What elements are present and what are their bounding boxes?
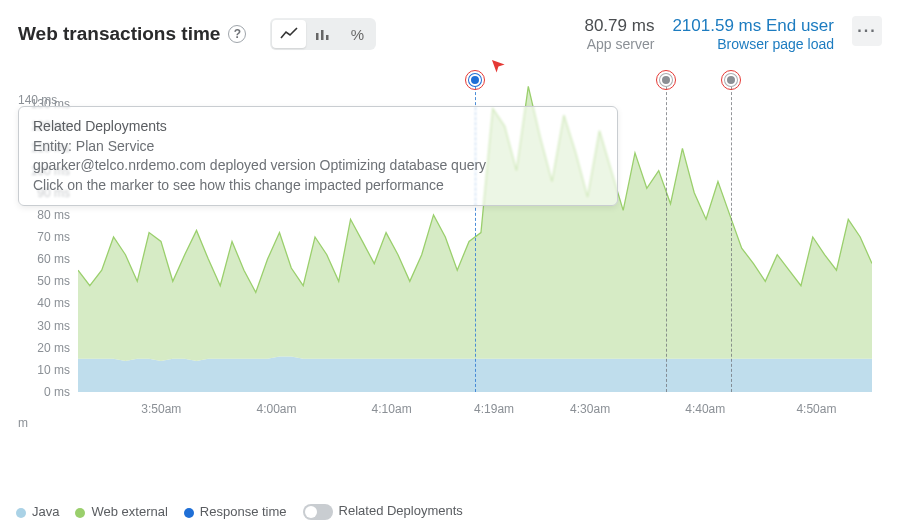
line-chart-icon[interactable] [272, 20, 306, 48]
tooltip-detail: gparker@telco.nrdemo.com deployed versio… [33, 156, 603, 176]
x-axis: 3:50am4:00am4:10am4:19am4:30am4:40am4:50… [78, 402, 872, 422]
legend-related-deployments[interactable]: Related Deployments [303, 503, 463, 520]
annotation-arrow-icon: ➤ [483, 52, 509, 78]
y-tick: 20 ms [37, 341, 70, 355]
metric-value: 2101.59 ms End user [672, 16, 834, 36]
bar-chart-icon[interactable] [306, 20, 340, 48]
deployment-tooltip: Related Deployments Entity: Plan Service… [18, 106, 618, 206]
y-tick: 0 ms [44, 385, 70, 399]
legend: Java Web external Response time Related … [16, 503, 463, 520]
metric-label: App server [584, 36, 654, 52]
dot-icon [75, 508, 85, 518]
metric-label: Browser page load [672, 36, 834, 52]
deployment-line [666, 82, 667, 392]
legend-java[interactable]: Java [16, 504, 59, 519]
y-tick: 10 ms [37, 363, 70, 377]
metrics: 80.79 ms App server 2101.59 ms End user … [584, 16, 882, 52]
tooltip-entity: Entity: Plan Service [33, 137, 603, 157]
x-tick: 4:19am [474, 402, 514, 416]
y-tick: 50 ms [37, 274, 70, 288]
dot-icon [16, 508, 26, 518]
y-tick: 40 ms [37, 296, 70, 310]
chart-type-toggle: % [270, 18, 376, 50]
x-prefix: m [18, 416, 28, 430]
x-tick: 3:50am [141, 402, 181, 416]
svg-rect-1 [321, 30, 324, 40]
help-icon[interactable]: ? [228, 25, 246, 43]
chart: 0 ms10 ms20 ms30 ms40 ms50 ms60 ms70 ms8… [18, 82, 882, 442]
deployment-marker[interactable] [469, 74, 481, 86]
y-tick: 60 ms [37, 252, 70, 266]
y-tick: 30 ms [37, 319, 70, 333]
x-tick: 4:50am [796, 402, 836, 416]
metric-app-server: 80.79 ms App server [584, 16, 654, 52]
y-tick: 70 ms [37, 230, 70, 244]
tooltip-hint: Click on the marker to see how this chan… [33, 176, 603, 196]
metric-value: 80.79 ms [584, 16, 654, 36]
tooltip-title: Related Deployments [33, 117, 603, 137]
dot-icon [184, 508, 194, 518]
deployment-marker[interactable] [660, 74, 672, 86]
svg-rect-2 [326, 35, 329, 40]
y-tick: 80 ms [37, 208, 70, 222]
x-tick: 4:30am [570, 402, 610, 416]
title-text: Web transactions time [18, 23, 220, 45]
x-tick: 4:40am [685, 402, 725, 416]
header: Web transactions time ? % 80.79 ms App s… [18, 16, 882, 52]
percent-icon[interactable]: % [340, 20, 374, 48]
panel: Web transactions time ? % 80.79 ms App s… [0, 0, 900, 528]
toggle-switch[interactable] [303, 504, 333, 520]
legend-web-external[interactable]: Web external [75, 504, 167, 519]
deployment-marker[interactable] [725, 74, 737, 86]
deployment-line [731, 82, 732, 392]
x-tick: 4:10am [372, 402, 412, 416]
legend-response-time[interactable]: Response time [184, 504, 287, 519]
svg-rect-0 [316, 33, 319, 40]
x-tick: 4:00am [256, 402, 296, 416]
page-title: Web transactions time ? [18, 23, 246, 45]
metric-end-user[interactable]: 2101.59 ms End user Browser page load [672, 16, 834, 52]
more-menu-icon[interactable]: ··· [852, 16, 882, 46]
